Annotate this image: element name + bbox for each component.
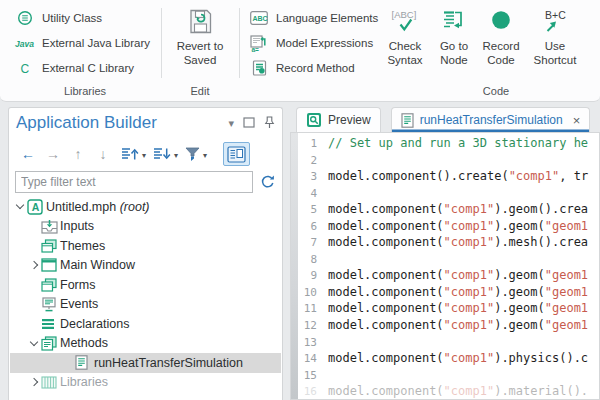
dropdown-icon[interactable]: ▾ <box>203 151 207 160</box>
move-down-button[interactable]: ↓ <box>92 146 114 162</box>
code-line-2[interactable]: 2 <box>291 152 599 169</box>
refresh-icon[interactable] <box>260 174 275 189</box>
tree-item-declarations[interactable]: Declarations <box>10 314 281 334</box>
app-tree: AUntitled.mph (root)InputsThemesMain Win… <box>10 197 281 400</box>
tree-item-label: Declarations <box>60 317 129 331</box>
code-editor[interactable]: 1// Set up and run a 3D stationary he23m… <box>290 132 600 400</box>
inputs-icon <box>41 219 60 234</box>
ribbon-item-label: External C Library <box>42 62 134 74</box>
language-elements-button[interactable]: ABC Language Elements <box>248 7 378 29</box>
tree-item-label: Themes <box>60 239 105 253</box>
tab-preview[interactable]: Preview <box>296 107 381 132</box>
tree-item-label: Forms <box>60 278 95 292</box>
svg-text:Java: Java <box>15 39 34 49</box>
tree-item-themes[interactable]: Themes <box>10 236 281 256</box>
code-line-3[interactable]: 3model.component().create("comp1", tr <box>291 168 599 185</box>
code-line-16[interactable]: 16model.component("comp1").material(). <box>291 383 599 400</box>
forward-button[interactable]: → <box>42 146 64 162</box>
check-syntax-button[interactable]: [ABC] Check Syntax <box>381 5 429 83</box>
svg-text:ABC: ABC <box>252 15 267 22</box>
java-icon: Java <box>14 37 36 49</box>
use-shortcut-button[interactable]: B+C Use Shortcut <box>526 5 584 83</box>
code-line-6[interactable]: 6model.component("comp1").geom("geom1 <box>291 218 599 235</box>
record-method-button[interactable]: Record Method <box>248 57 355 79</box>
ribbon-group-label: Libraries <box>14 85 156 97</box>
gutter-strip <box>291 133 298 399</box>
tree-item-libraries[interactable]: Libraries <box>10 373 281 393</box>
tree-item-events[interactable]: Events <box>10 295 281 315</box>
code-line-4[interactable]: 4 <box>291 185 599 202</box>
tree-item-methods[interactable]: Methods <box>10 334 281 354</box>
svg-text:C: C <box>21 62 30 76</box>
code-line-7[interactable]: 7model.component("comp1").mesh().crea <box>291 234 599 251</box>
float-window-icon[interactable] <box>243 117 255 128</box>
code-line-10[interactable]: 10model.component("comp1").geom("geom1 <box>291 284 599 301</box>
code-line-15[interactable]: 15 <box>291 367 599 384</box>
ribbon-group-label: Edit <box>166 85 234 97</box>
tree-item-inputs[interactable]: Inputs <box>10 217 281 237</box>
go-to-node-button[interactable]: Go to Node <box>432 5 476 83</box>
back-button[interactable]: ← <box>17 146 39 162</box>
code-line-11[interactable]: 11model.component("comp1").geom("geom1 <box>291 300 599 317</box>
close-tab-icon[interactable]: × <box>573 113 581 128</box>
dropdown-icon[interactable]: ▾ <box>142 151 146 160</box>
code-text: model.component("comp1").geom("geom1 <box>328 318 588 332</box>
tree-item-untitled-mph[interactable]: AUntitled.mph (root) <box>10 197 281 217</box>
panel-menu-chevron-icon[interactable]: ▾ <box>228 118 234 128</box>
forms-icon <box>41 278 60 292</box>
code-text: model.component("comp1").physics().c <box>328 351 588 365</box>
collapse-chevron-icon[interactable] <box>12 205 27 208</box>
tree-item-label: Methods <box>60 336 108 350</box>
tab-run-heat-transfer-simulation[interactable]: runHeatTransferSimulation × <box>391 107 591 132</box>
utility-class-button[interactable]: Utility Class <box>14 7 102 29</box>
code-text: model.component("comp1").mesh().crea <box>328 235 588 249</box>
svg-text:B+C: B+C <box>545 9 566 21</box>
ribbon-item-label: Revert to Saved <box>168 40 232 67</box>
ribbon: Utility Class Java External Java Library… <box>0 0 600 102</box>
dropdown-icon[interactable]: ▾ <box>174 151 178 160</box>
external-c-library-button[interactable]: C External C Library <box>14 57 134 79</box>
move-up-button[interactable]: ↑ <box>67 146 89 162</box>
ribbon-item-label: External Java Library <box>42 37 150 49</box>
record-method-icon <box>248 60 270 76</box>
filter-input[interactable] <box>15 171 253 193</box>
application-builder-panel: Application Builder ▾ ← → ↑ ↓ ▾ ▾ ▾ AUnt… <box>8 107 283 400</box>
tree-item-forms[interactable]: Forms <box>10 275 281 295</box>
ribbon-item-label: Check Syntax <box>381 40 429 67</box>
utility-class-icon <box>14 10 36 26</box>
tab-label: Preview <box>328 113 371 127</box>
tree-item-runheattransfersimulation[interactable]: runHeatTransferSimulation <box>10 353 281 373</box>
line-number: 16 <box>291 384 317 400</box>
tree-item-main-window[interactable]: Main Window <box>10 256 281 276</box>
collapse-chevron-icon[interactable] <box>26 342 41 345</box>
model-expressions-button[interactable]: a= Model Expressions <box>248 32 373 54</box>
expand-all-icon[interactable] <box>121 147 139 161</box>
external-java-library-button[interactable]: Java External Java Library <box>14 32 150 54</box>
code-line-12[interactable]: 12model.component("comp1").geom("geom1 <box>291 317 599 334</box>
ribbon-item-label: Record Method <box>276 62 355 74</box>
filter-row <box>9 170 282 194</box>
revert-to-saved-icon <box>187 5 214 37</box>
expand-chevron-icon[interactable] <box>26 379 41 385</box>
methods-icon <box>41 336 60 351</box>
svg-text:A: A <box>32 201 40 213</box>
show-in-model-builder-toggle[interactable] <box>223 142 250 166</box>
application-icon: A <box>27 199 46 215</box>
tree-item-label: Events <box>60 297 98 311</box>
code-line-1[interactable]: 1// Set up and run a 3D stationary he <box>291 135 599 152</box>
c-language-icon: C <box>14 61 36 75</box>
filter-icon[interactable] <box>185 147 200 162</box>
record-code-button[interactable]: Record Code <box>477 5 525 83</box>
pin-icon[interactable] <box>264 116 275 129</box>
code-line-14[interactable]: 14model.component("comp1").physics().c <box>291 350 599 367</box>
code-line-8[interactable]: 8 <box>291 251 599 268</box>
code-line-9[interactable]: 9model.component("comp1").geom("geom1 <box>291 267 599 284</box>
collapse-all-icon[interactable] <box>153 147 171 161</box>
ribbon-item-label: Model Expressions <box>276 37 373 49</box>
code-line-5[interactable]: 5model.component("comp1").geom().crea <box>291 201 599 218</box>
code-lines: 1// Set up and run a 3D stationary he23m… <box>291 135 599 400</box>
check-syntax-icon: [ABC] <box>388 5 422 37</box>
expand-chevron-icon[interactable] <box>26 262 41 268</box>
revert-to-saved-button[interactable]: Revert to Saved <box>168 5 232 83</box>
code-line-13[interactable]: 13 <box>291 334 599 351</box>
